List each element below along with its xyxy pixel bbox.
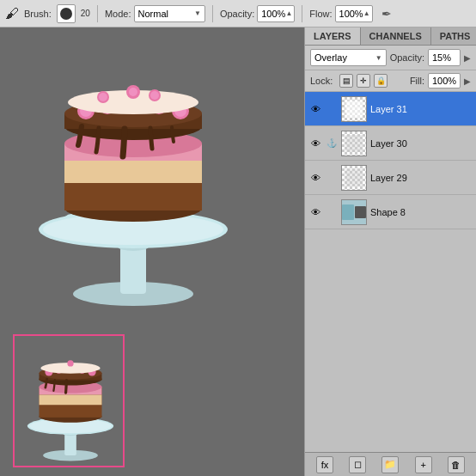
- opacity-label: Opacity:: [220, 9, 254, 19]
- airbrush-icon[interactable]: ✒: [381, 7, 392, 21]
- svg-rect-17: [64, 161, 202, 183]
- tab-channels[interactable]: CHANNELS: [361, 27, 431, 45]
- mode-dropdown-arrow: ▼: [194, 9, 201, 17]
- opacity-panel-arrow[interactable]: ▶: [464, 53, 471, 63]
- panel-bottom: fx ◻ 📁 + 🗑: [305, 452, 476, 476]
- mode-label: Mode:: [105, 9, 131, 19]
- flow-field[interactable]: 100% ▲: [335, 5, 373, 22]
- blend-mode-dropdown[interactable]: Overlay ▼: [310, 49, 387, 66]
- cake-illustration-main: [13, 32, 253, 324]
- svg-rect-41: [64, 434, 76, 455]
- visibility-icon-30[interactable]: 👁: [308, 137, 322, 150]
- layer-name-shape8: Shape 8: [370, 207, 473, 217]
- tab-paths[interactable]: PATHS: [431, 27, 476, 45]
- lock-all-btn[interactable]: 🔒: [374, 74, 388, 88]
- toolbar: 🖌 Brush: 20 Mode: Normal ▼ Opacity: 100%…: [0, 0, 476, 27]
- layer-item-29[interactable]: 👁 Layer 29: [305, 161, 476, 195]
- main-area: LAYERS CHANNELS PATHS Overlay ▼ Opacity:…: [0, 27, 476, 476]
- svg-point-39: [129, 88, 137, 96]
- layer-thumb-shape8: [341, 199, 367, 225]
- brush-size: 20: [81, 9, 90, 18]
- opacity-field[interactable]: 100% ▲: [257, 5, 295, 22]
- lock-position-btn[interactable]: ✛: [357, 74, 370, 88]
- flow-value: 100%: [339, 9, 363, 19]
- svg-rect-57: [40, 394, 102, 405]
- mode-select: Mode: Normal ▼: [105, 5, 205, 22]
- mode-dropdown[interactable]: Normal ▼: [134, 5, 205, 22]
- thumbnail-preview: [13, 334, 125, 467]
- blend-mode-value: Overlay: [314, 52, 347, 63]
- svg-point-35: [99, 93, 107, 101]
- flow-label: Flow:: [309, 9, 332, 19]
- fill-label: Fill:: [410, 76, 424, 86]
- opacity-area: Opacity: 100% ▲: [220, 5, 295, 22]
- add-mask-button[interactable]: ◻: [349, 456, 366, 473]
- flow-area: Flow: 100% ▲: [309, 5, 372, 22]
- mode-value: Normal: [138, 9, 168, 19]
- tab-layers[interactable]: LAYERS: [305, 27, 361, 45]
- lock-pixel-btn[interactable]: ▤: [339, 74, 353, 88]
- visibility-icon-shape8[interactable]: 👁: [308, 205, 322, 219]
- new-group-button[interactable]: 📁: [381, 456, 399, 473]
- add-style-button[interactable]: fx: [316, 456, 333, 473]
- opacity-arrow: ▲: [285, 9, 292, 17]
- layer-item-shape8[interactable]: 👁 Shape 8: [305, 195, 476, 229]
- canvas-area[interactable]: [0, 27, 304, 476]
- separator-2: [212, 5, 213, 22]
- flow-arrow: ▲: [363, 9, 370, 17]
- separator-1: [97, 5, 98, 22]
- visibility-icon-31[interactable]: 👁: [308, 102, 322, 116]
- panel-tabs: LAYERS CHANNELS PATHS: [305, 27, 476, 46]
- cake-illustration-thumb: [15, 336, 125, 467]
- layer-name-30: Layer 30: [370, 138, 473, 149]
- brush-preview[interactable]: [57, 4, 76, 23]
- visibility-icon-29[interactable]: 👁: [308, 171, 322, 185]
- new-layer-button[interactable]: +: [415, 456, 432, 473]
- layer-thumb-31: [341, 96, 367, 122]
- brush-label: Brush:: [24, 9, 52, 19]
- delete-layer-button[interactable]: 🗑: [448, 456, 465, 473]
- fill-panel-arrow[interactable]: ▶: [464, 76, 471, 86]
- blend-mode-row: Overlay ▼ Opacity: 15% ▶: [305, 46, 476, 70]
- layers-list: 👁 Layer 31 👁 ⚓ Layer 30 👁: [305, 92, 476, 452]
- lock-label: Lock:: [310, 76, 333, 86]
- layer-opacity-value[interactable]: 15%: [428, 49, 461, 66]
- svg-point-37: [150, 91, 159, 100]
- separator-3: [302, 5, 302, 22]
- layer-name-31: Layer 31: [370, 104, 473, 114]
- svg-rect-1: [120, 247, 146, 294]
- lock-row: Lock: ▤ ✛ 🔒 Fill: 100% ▶: [305, 70, 476, 92]
- layer-thumb-30: [341, 131, 367, 156]
- link-icon-30[interactable]: ⚓: [326, 137, 338, 150]
- layer-thumb-29: [341, 165, 367, 191]
- opacity-value: 100%: [261, 9, 285, 19]
- layer-item-30[interactable]: 👁 ⚓ Layer 30: [305, 126, 476, 161]
- brush-tool-icon: 🖌: [5, 6, 19, 21]
- blend-dropdown-arrow: ▼: [375, 54, 382, 62]
- layer-item-31[interactable]: 👁 Layer 31: [305, 92, 476, 126]
- layer-opacity-label: Opacity:: [390, 52, 424, 63]
- svg-point-69: [67, 360, 73, 366]
- layer-name-29: Layer 29: [370, 173, 473, 183]
- layers-panel: LAYERS CHANNELS PATHS Overlay ▼ Opacity:…: [304, 27, 476, 476]
- fill-value[interactable]: 100%: [428, 73, 461, 88]
